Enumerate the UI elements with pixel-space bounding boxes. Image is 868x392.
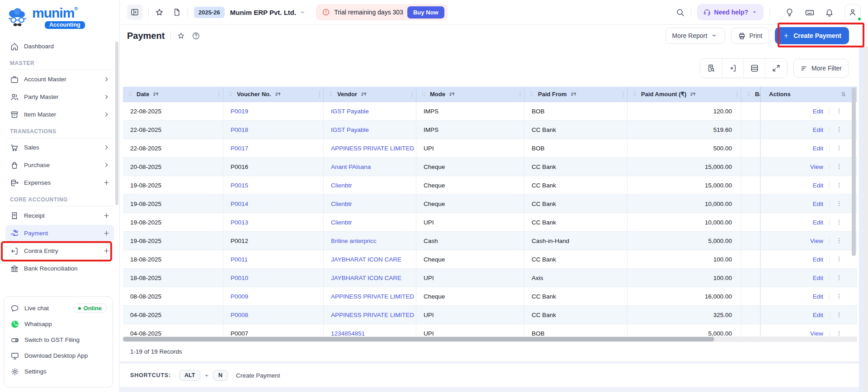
vertical-scrollbar-thumb[interactable] [852,88,856,256]
drag-handle-icon[interactable] [127,91,133,98]
drag-handle-icon[interactable] [632,91,638,98]
sidebar-item-switch-to-gst-filing[interactable]: Switch to GST Filing [8,332,109,348]
quick-add-plus-icon[interactable] [103,247,110,255]
sidebar-item-account-master[interactable]: Account Master [5,71,114,88]
sort-icon[interactable] [689,91,697,98]
row-menu-kebab-icon[interactable] [835,126,843,133]
drag-handle-icon[interactable] [227,91,234,98]
voucher-link[interactable]: P0009 [231,293,248,300]
buy-now-button[interactable]: Buy Now [407,6,444,19]
column-header-paid-amount[interactable]: Paid Amount (₹) [627,87,741,102]
row-menu-kebab-icon[interactable] [835,311,843,318]
more-report-button[interactable]: More Report [665,28,726,44]
bookmark-star-icon[interactable] [177,32,185,40]
search-icon[interactable] [675,8,685,17]
row-menu-kebab-icon[interactable] [835,274,843,281]
drag-handle-icon[interactable] [420,91,427,98]
row-action-link[interactable]: Edit [813,219,823,226]
vendor-link[interactable]: Anant PAlsana [331,163,371,170]
sidebar-item-receipt[interactable]: Receipt [5,207,114,224]
column-header-date[interactable]: Date [123,87,223,102]
row-menu-kebab-icon[interactable] [835,219,843,226]
vendor-link[interactable]: APPINESS PRIVATE LIMITED [331,145,414,152]
vendor-link[interactable]: 1234854851 [331,330,365,337]
row-menu-kebab-icon[interactable] [835,256,843,263]
sidebar-item-bank-reconciliation[interactable]: Bank Reconciliation [5,260,114,277]
help-circle-icon[interactable] [192,32,200,40]
create-payment-button[interactable]: Create Payment [775,27,849,44]
whats-new-bulb-icon[interactable] [785,8,794,17]
sidebar-item-party-master[interactable]: Party Master [5,89,114,105]
column-menu-kebab-icon[interactable] [409,91,415,98]
voucher-link[interactable]: P0010 [231,275,248,281]
vendor-link[interactable]: IGST Payable [331,108,369,115]
sort-icon[interactable] [152,91,160,98]
row-menu-kebab-icon[interactable] [835,330,843,336]
vendor-link[interactable]: IGST Payable [331,126,369,133]
horizontal-scrollbar-thumb[interactable] [123,337,714,341]
row-action-link[interactable]: Edit [813,312,823,318]
voucher-link[interactable]: P0017 [231,145,248,152]
row-menu-kebab-icon[interactable] [835,163,843,170]
voucher-link[interactable]: P0014 [231,201,248,207]
sidebar-scrollbar[interactable] [115,42,118,205]
vendor-link[interactable]: JAYBHARAT ICON CARE [331,256,401,263]
sidebar-item-dashboard[interactable]: Dashboard [5,38,114,55]
row-menu-kebab-icon[interactable] [835,200,843,207]
document-icon[interactable] [172,8,182,17]
notifications-bell-icon[interactable] [825,8,834,17]
row-menu-kebab-icon[interactable] [835,107,843,115]
sort-icon[interactable] [448,91,456,98]
window-scrollbar[interactable] [864,0,868,392]
column-menu-kebab-icon[interactable] [517,91,524,98]
report-search-button[interactable] [700,59,722,78]
table-rows-button[interactable] [744,59,765,78]
column-menu-kebab-icon[interactable] [620,91,627,98]
sidebar-item-contra-entry[interactable]: Contra Entry [5,243,114,259]
row-menu-kebab-icon[interactable] [835,237,843,244]
quick-add-plus-icon[interactable] [103,229,110,237]
row-menu-kebab-icon[interactable] [835,293,843,300]
keyboard-shortcuts-icon[interactable] [805,8,814,17]
favorite-star-icon[interactable] [155,8,164,17]
quick-add-plus-icon[interactable] [103,212,110,219]
row-action-link[interactable]: Edit [813,293,823,300]
vendor-link[interactable]: Clienbtr [331,219,352,226]
vertical-scrollbar[interactable] [852,88,856,336]
sidebar-item-expenses[interactable]: Expenses [5,174,114,191]
vendor-link[interactable]: Clienbtr [331,201,352,207]
row-action-link[interactable]: Edit [813,108,823,115]
row-menu-kebab-icon[interactable] [835,145,843,152]
sidebar-item-settings[interactable]: Settings [8,364,109,379]
voucher-link[interactable]: P0015 [231,182,248,189]
vendor-link[interactable]: JAYBHARAT ICON CARE [331,275,401,281]
fullscreen-button[interactable] [765,59,787,78]
sidebar-item-download-desktop-app[interactable]: Download Desktop App [8,348,109,364]
vendor-link[interactable]: APPINESS PRIVATE LIMITED [331,293,414,300]
sort-icon[interactable] [360,91,368,98]
voucher-link[interactable]: P0008 [231,312,248,318]
horizontal-scrollbar[interactable] [123,336,857,342]
row-action-link[interactable]: View [810,163,823,170]
need-help-button[interactable]: Need help? [697,4,764,20]
row-action-link[interactable]: Edit [813,256,823,263]
column-header-paid-from[interactable]: Paid From [524,87,627,102]
vendor-link[interactable]: Clienbtr [331,182,352,189]
vendor-link[interactable]: APPINESS PRIVATE LIMITED [331,312,414,318]
voucher-link[interactable]: P0018 [231,126,248,133]
row-action-link[interactable]: Edit [813,126,823,133]
sort-icon[interactable] [570,91,577,98]
sidebar-item-live-chat[interactable]: Live chatOnline [8,300,109,316]
sidebar-item-payment[interactable]: Payment [5,225,114,242]
row-action-link[interactable]: Edit [813,275,823,281]
drag-handle-icon[interactable] [528,91,535,98]
sidebar-collapse-button[interactable] [127,5,142,20]
row-action-link[interactable]: View [810,330,823,337]
app-logo[interactable]: munim® Accounting [0,0,119,35]
company-selector[interactable]: Munim ERP Pvt. Ltd. [230,9,306,16]
journal-entry-button[interactable] [722,59,744,78]
row-action-link[interactable]: Edit [813,145,823,152]
sidebar-item-item-master[interactable]: Item Master [5,106,114,123]
column-header-vendor[interactable]: Vendor [324,87,416,102]
voucher-link[interactable]: P0013 [231,219,248,226]
